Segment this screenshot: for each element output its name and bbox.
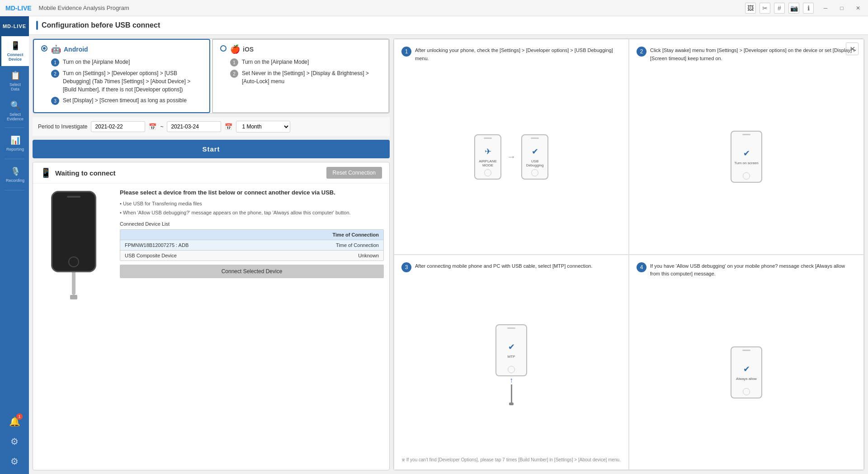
allow-check-icon: ✔ — [743, 364, 750, 374]
hash-icon[interactable]: # — [774, 3, 785, 14]
connect-selected-button[interactable]: Connect Selected Device — [120, 265, 384, 278]
ios-step-num-2: 2 — [230, 70, 238, 78]
guide-phone-airplane: ✈ AIRPLANE MODE — [474, 134, 501, 180]
maximize-button[interactable]: □ — [837, 4, 846, 13]
guide-visual-1: ✈ AIRPLANE MODE → ✔ USB Debugging — [401, 67, 621, 246]
step-num-1: 1 — [51, 58, 59, 66]
sidebar-item-recording[interactable]: 🎙️ Recording — [0, 161, 29, 188]
guide-visual-4: ✔ Always allow — [637, 283, 856, 462]
cable-plug — [509, 403, 514, 405]
app-logo: MD-LIVE — [5, 5, 32, 12]
usb-label: USB Debugging — [522, 159, 547, 167]
page-header: Configuration before USB connect — [29, 16, 868, 35]
image2-icon[interactable]: 📷 — [788, 3, 799, 14]
date-from-input[interactable] — [91, 121, 145, 132]
device-2-time: Unknown — [358, 253, 379, 258]
arrow-icon-1: → — [507, 152, 516, 162]
sidebar-item-label-select-evidence: SelectEvidence — [7, 112, 24, 121]
close-button[interactable]: ✕ — [854, 4, 863, 13]
title-bar-left: MD-LIVE Mobile Evidence Analysis Program — [5, 5, 129, 12]
info-icon[interactable]: ℹ — [803, 3, 814, 14]
reporting-icon: 📊 — [10, 135, 20, 145]
crop-icon[interactable]: ✂ — [760, 3, 770, 14]
waiting-instructions: • Use USB for Transfering media files • … — [120, 199, 384, 218]
phone-cable — [72, 272, 75, 295]
guide-step-1-text: After unlocking your phone, check the [S… — [415, 47, 621, 62]
settings2-icon[interactable]: ⚙ — [5, 452, 24, 470]
guide-phone-mtp: ✔ MTP — [495, 324, 527, 376]
waiting-header: 📱 Waiting to connect Reset Connection — [33, 162, 389, 184]
device-row-2[interactable]: USB Composite Device Unknown — [120, 250, 383, 261]
android-tab[interactable]: 🤖 Android 1 Turn on the [Airplane Mode] … — [33, 39, 210, 113]
settings1-icon[interactable]: ⚙ — [5, 432, 24, 450]
title-bar-right: 🖼 ✂ # 📷 ℹ ─ □ ✕ — [745, 3, 863, 14]
android-radio[interactable] — [41, 45, 47, 52]
os-selection: 🤖 Android 1 Turn on the [Airplane Mode] … — [33, 38, 390, 114]
airplane-icon: ✈ — [485, 147, 491, 156]
notification-icon[interactable]: 🔔 1 — [5, 412, 24, 431]
android-content: 🤖 Android 1 Turn on the [Airplane Mode] … — [51, 44, 202, 108]
device-row-1[interactable]: FPMNW18B12007275 : ADB Time of Connectio… — [120, 240, 383, 250]
calendar-to-icon[interactable]: 📅 — [225, 123, 232, 130]
android-step-2-text: Turn on [Settings] > [Developer options]… — [63, 69, 202, 94]
device-col-time: Time of Connection — [333, 232, 379, 237]
device-1-time: Time of Connection — [336, 242, 379, 248]
ios-icon: 🍎 — [230, 44, 240, 54]
ios-label: iOS — [243, 46, 254, 53]
title-bar: MD-LIVE Mobile Evidence Analysis Program… — [0, 0, 868, 16]
sidebar-item-reporting[interactable]: 📊 Reporting — [0, 130, 29, 157]
select-evidence-icon: 🔍 — [10, 100, 20, 110]
device-list-label: Connected Device List — [120, 221, 384, 227]
date-to-input[interactable] — [167, 121, 221, 132]
toolbar-icons: 🖼 ✂ # 📷 ℹ — [745, 3, 814, 14]
ios-step-num-1: 1 — [230, 58, 238, 66]
ios-title: 🍎 iOS — [230, 44, 381, 54]
ios-step-1: 1 Turn on the [Airplane Mode] — [230, 58, 381, 66]
ios-tab[interactable]: 🍎 iOS 1 Turn on the [Airplane Mode] 2 Se… — [212, 39, 389, 113]
header-bar — [36, 21, 38, 30]
guide-step-num-4: 4 — [637, 262, 646, 272]
android-label: Android — [64, 46, 88, 53]
sidebar-divider-1 — [5, 128, 24, 128]
device-1-name: FPMNW18B12007275 : ADB — [125, 242, 189, 248]
reset-connection-button[interactable]: Reset Connection — [326, 167, 382, 179]
phone-mockup — [51, 191, 96, 272]
android-icon: 🤖 — [51, 44, 61, 54]
recording-icon: 🎙️ — [10, 166, 20, 176]
close-guide-button[interactable]: ✕ — [846, 43, 859, 55]
sidebar-item-select-data[interactable]: 📋 SelectData — [0, 66, 29, 96]
android-step-3: 3 Set [Display] > [Screen timeout] as lo… — [51, 96, 202, 105]
guide-cell-4: 4 If you have 'Allow USB debugging' on y… — [629, 255, 864, 470]
guide-cell-1: 1 After unlocking your phone, check the … — [394, 39, 629, 255]
image-icon[interactable]: 🖼 — [745, 3, 756, 14]
android-step-1-text: Turn on the [Airplane Mode] — [63, 58, 130, 66]
date-range-row: Period to Investigate 📅 ~ 📅 1 Month 3 Mo… — [33, 117, 390, 136]
sidebar-item-connect-device[interactable]: 📱 ConnectDevice — [0, 36, 29, 66]
guide-step-3-text: After connecting mobile phone and PC wit… — [415, 262, 593, 270]
sidebar: MD-LIVE 📱 ConnectDevice 📋 SelectData 🔍 S… — [0, 16, 29, 474]
period-label: Period to Investigate — [38, 123, 87, 130]
usb-cable: ↑ — [509, 376, 514, 405]
left-panel: 🤖 Android 1 Turn on the [Airplane Mode] … — [33, 38, 390, 470]
sidebar-item-label-recording: Recording — [6, 178, 24, 183]
start-button[interactable]: Start — [33, 140, 390, 158]
ios-radio[interactable] — [220, 45, 226, 52]
sidebar-divider-2 — [5, 159, 24, 159]
connect-device-icon: 📱 — [10, 41, 20, 51]
sidebar-item-label-connect: ConnectDevice — [7, 52, 24, 62]
content-area: Configuration before USB connect 🤖 Andro… — [29, 16, 868, 474]
period-select[interactable]: 1 Month 3 Months 6 Months 1 Year Custom — [236, 121, 290, 133]
airplane-label: AIRPLANE MODE — [475, 159, 500, 167]
step-num-2: 2 — [51, 70, 59, 78]
guide-step-num-1: 1 — [401, 47, 411, 57]
minimize-button[interactable]: ─ — [821, 4, 830, 13]
calendar-from-icon[interactable]: 📅 — [149, 123, 156, 130]
instruction-2: • When 'Allow USB debugging?' message ap… — [120, 209, 384, 218]
android-step-2: 2 Turn on [Settings] > [Developer option… — [51, 69, 202, 94]
ios-step-2: 2 Set Never in the [Settings] > [Display… — [230, 69, 381, 85]
screen-label: Turn on screen — [734, 161, 759, 165]
sidebar-item-select-evidence[interactable]: 🔍 SelectEvidence — [0, 96, 29, 126]
main-content: 🤖 Android 1 Turn on the [Airplane Mode] … — [29, 35, 868, 474]
guide-cell-2: 2 Click [Stay awake] menu from [Settings… — [629, 39, 864, 255]
guide-step-num-2: 2 — [637, 47, 646, 57]
